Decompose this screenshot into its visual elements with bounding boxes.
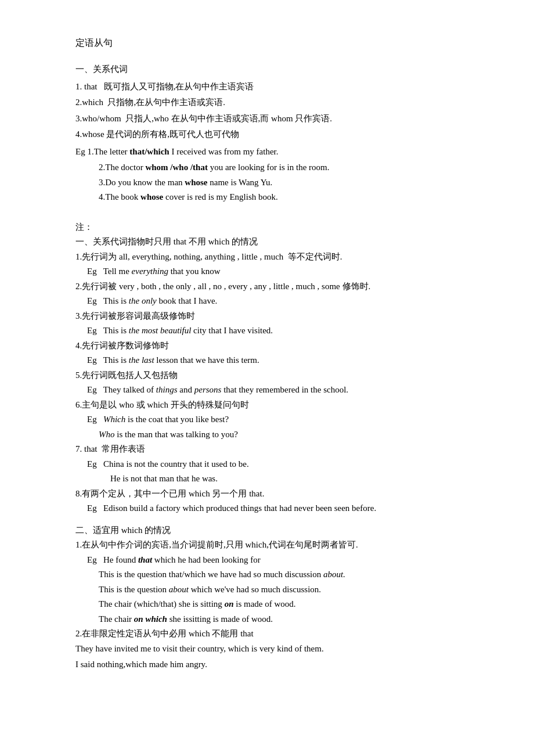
sub2-item-2: 2.在非限定性定语从句中必用 which 不能用 that — [75, 627, 464, 642]
sub2-eg1c: This is the question about which we've h… — [99, 582, 464, 597]
note-section: 注： 一、关系代词指物时只用 that 不用 which 的情况 1.先行词为 … — [75, 220, 464, 672]
note-eg6a: Eg Which is the coat that you like best? — [87, 412, 464, 427]
note-item-6: 6.主句是以 who 或 which 开头的特殊疑问句时 — [75, 398, 464, 413]
note-eg1: Eg Tell me everything that you know — [87, 264, 464, 279]
note-item-3: 3.先行词被形容词最高级修饰时 — [75, 309, 464, 324]
item-3: 3.who/whom 只指人,who 在从句中作主语或宾语,而 whom 只作宾… — [75, 111, 464, 127]
eg2: 2.The doctor whom /who /that you are loo… — [99, 160, 464, 175]
note-eg4: Eg This is the last lesson that we have … — [87, 353, 464, 368]
item-4: 4.whose 是代词的所有格,既可代人也可代物 — [75, 127, 464, 142]
sub2-eg2b: I said nothing,which made him angry. — [75, 657, 464, 672]
note-eg2: Eg This is the only book that I have. — [87, 294, 464, 309]
eg3: 3.Do you know the man whose name is Wang… — [99, 175, 464, 190]
section1: 一、关系代词 1. that 既可指人又可指物,在从句中作主语宾语 2.whic… — [75, 62, 464, 205]
sub2-eg1e: The chair on which she issitting is made… — [99, 612, 464, 627]
item-1: 1. that 既可指人又可指物,在从句中作主语宾语 — [75, 80, 464, 95]
sub2-item-1: 1.在从句中作介词的宾语,当介词提前时,只用 which,代词在句尾时两者皆可. — [75, 538, 464, 553]
sub2-eg1: Eg He found that which he had been looki… — [87, 553, 464, 568]
note-eg7b: He is not that man that he was. — [110, 471, 464, 487]
eg1: Eg 1.The letter that/which I received wa… — [75, 145, 464, 160]
note-eg8: Eg Edison build a factory which produced… — [87, 501, 464, 516]
section1-title: 一、关系代词 — [75, 62, 464, 77]
note-item-8: 8.有两个定从，其中一个已用 which 另一个用 that. — [75, 487, 464, 502]
note-eg7a: Eg China is not the country that it used… — [87, 457, 464, 472]
note-eg3: Eg This is the most beautiful city that … — [87, 323, 464, 339]
note-label: 注： — [75, 220, 464, 235]
sub2-eg2a: They have invited me to visit their coun… — [75, 642, 464, 657]
sub-section-2: 二、适宜用 which 的情况 1.在从句中作介词的宾语,当介词提前时,只用 w… — [75, 523, 464, 672]
note-item-4: 4.先行词被序数词修饰时 — [75, 339, 464, 354]
note-item-5: 5.先行词既包括人又包括物 — [75, 368, 464, 383]
sub1-title: 一、关系代词指物时只用 that 不用 which 的情况 — [75, 235, 464, 250]
sub2-title: 二、适宜用 which 的情况 — [75, 523, 464, 538]
note-eg5: Eg They talked of things and persons tha… — [87, 383, 464, 398]
sub2-eg1b: This is the question that/which we have … — [99, 567, 464, 582]
item-2: 2.which 只指物,在从句中作主语或宾语. — [75, 95, 464, 110]
note-item-1: 1.先行词为 all, everything, nothing, anythin… — [75, 250, 464, 265]
note-item-2: 2.先行词被 very , both , the only , all , no… — [75, 279, 464, 294]
page-title: 定语从句 — [75, 35, 464, 51]
sub-section-1: 一、关系代词指物时只用 that 不用 which 的情况 1.先行词为 all… — [75, 235, 464, 516]
note-eg6b: Who is the man that was talking to you? — [99, 427, 464, 442]
note-item-7: 7. that 常用作表语 — [75, 442, 464, 457]
eg4: 4.The book whose cover is red is my Engl… — [99, 190, 464, 205]
sub2-eg1d: The chair (which/that) she is sitting on… — [99, 597, 464, 612]
main-content: 定语从句 一、关系代词 1. that 既可指人又可指物,在从句中作主语宾语 2… — [75, 35, 464, 672]
